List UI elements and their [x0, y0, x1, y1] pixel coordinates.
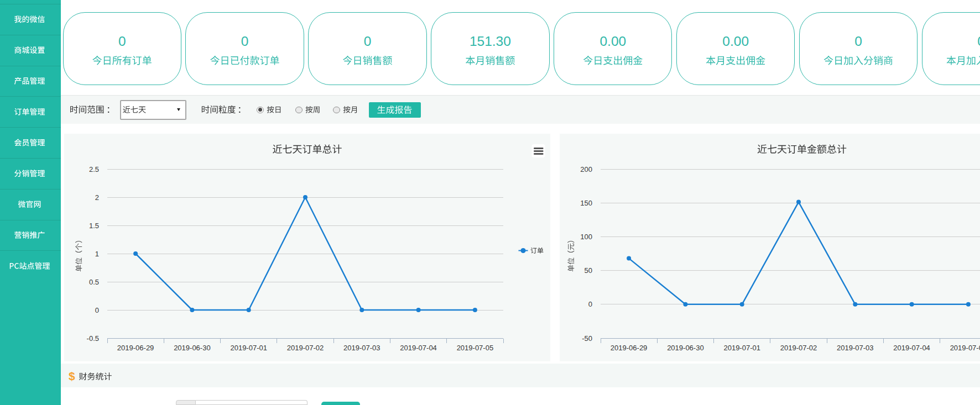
- svg-text:2.5: 2.5: [89, 165, 99, 173]
- svg-text:2019-06-29: 2019-06-29: [117, 344, 154, 352]
- svg-text:1.5: 1.5: [89, 222, 99, 230]
- svg-text:2: 2: [95, 193, 99, 202]
- svg-text:0: 0: [118, 34, 126, 49]
- svg-text:-50: -50: [582, 334, 592, 343]
- svg-text:200: 200: [580, 165, 592, 173]
- svg-text:2019-07-02: 2019-07-02: [287, 344, 324, 352]
- svg-text:$: $: [69, 370, 75, 382]
- svg-text:-0.5: -0.5: [87, 334, 99, 343]
- svg-text:2019-06-29: 2019-06-29: [611, 344, 648, 352]
- svg-text:0.00: 0.00: [600, 34, 626, 49]
- svg-text:2019-06-30: 2019-06-30: [174, 344, 211, 352]
- svg-text:0: 0: [364, 34, 372, 49]
- svg-text:0: 0: [854, 34, 862, 49]
- svg-text:2019-07-03: 2019-07-03: [343, 344, 380, 352]
- svg-text:2019-07-01: 2019-07-01: [723, 344, 760, 352]
- svg-text:1: 1: [95, 250, 99, 258]
- svg-text:150: 150: [580, 199, 592, 207]
- svg-text:0.00: 0.00: [722, 34, 749, 49]
- svg-text:2019-07-03: 2019-07-03: [837, 344, 874, 352]
- svg-text:151.30: 151.30: [470, 34, 511, 49]
- svg-text:50: 50: [585, 266, 592, 275]
- svg-text:2019-07-05: 2019-07-05: [950, 344, 980, 352]
- svg-text:2019-06-30: 2019-06-30: [667, 344, 704, 352]
- svg-text:0: 0: [241, 34, 249, 49]
- svg-text:0: 0: [977, 34, 980, 49]
- svg-text:0: 0: [588, 300, 592, 308]
- svg-text:2019-07-02: 2019-07-02: [780, 344, 817, 352]
- svg-text:2019-07-04: 2019-07-04: [893, 344, 930, 352]
- svg-text:2019-07-05: 2019-07-05: [457, 344, 494, 352]
- svg-text:2019-07-04: 2019-07-04: [400, 344, 437, 352]
- svg-text:100: 100: [580, 233, 592, 241]
- svg-text:0.5: 0.5: [89, 278, 99, 286]
- svg-text:2019-07-01: 2019-07-01: [230, 344, 267, 352]
- svg-text:0: 0: [95, 306, 99, 314]
